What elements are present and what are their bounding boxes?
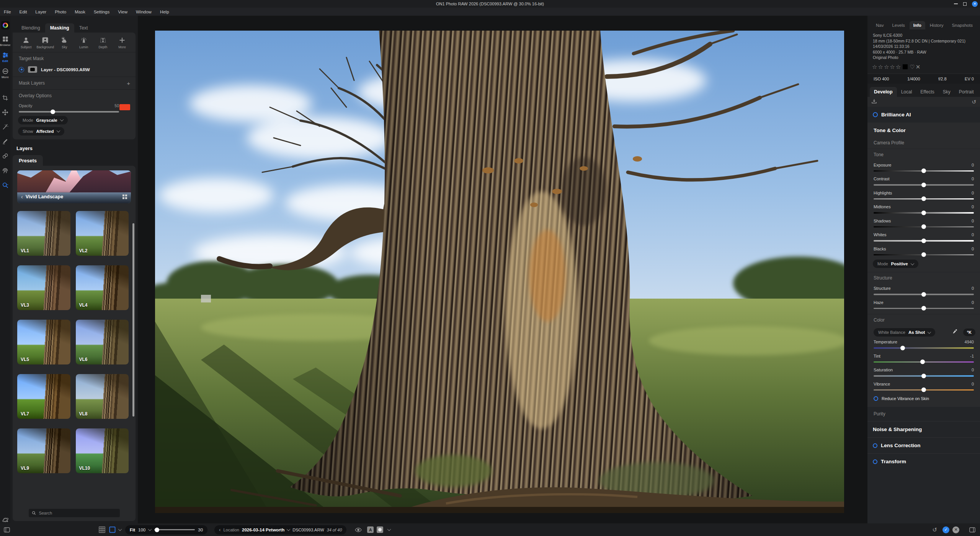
edit-tab[interactable]: Portrait [955,87,978,97]
camera-profile-row[interactable]: Camera Profile [867,137,980,149]
slider-handle[interactable] [921,224,926,229]
preset-group-banner[interactable]: ‹ Vivid Landscape [17,170,131,203]
preset-item[interactable]: VL6 [76,320,129,364]
sync-status-icon[interactable] [2,516,9,523]
compare-a-icon[interactable]: A [367,526,374,533]
back-chevron-icon[interactable]: ‹ [219,527,220,533]
single-view-button[interactable] [109,526,116,533]
search-input[interactable] [38,510,116,516]
healing-tool-button[interactable] [2,167,8,174]
info-panel-tab[interactable]: Info [910,21,925,29]
star-icon[interactable]: ☆ [896,64,901,70]
preset-item[interactable]: VL10 [76,428,129,473]
slider-handle[interactable] [920,360,925,364]
purity-section[interactable]: Purity [867,406,980,421]
minimize-button[interactable] [954,3,958,4]
ai-quick-mask-tool-button[interactable] [2,124,8,130]
slider-track[interactable] [874,294,974,295]
mask-tool-background[interactable]: Background [36,36,55,49]
star-icon[interactable]: ☆ [884,64,889,70]
fit-button[interactable]: Fit [130,528,135,532]
mask-panel-tab[interactable]: Text [74,23,93,33]
brilliance-ai-section[interactable]: Brilliance AI [867,107,980,123]
brilliance-toggle-icon[interactable] [873,112,878,117]
menu-item[interactable]: Layer [35,10,46,14]
star-icon[interactable]: ☆ [890,64,895,70]
preset-item[interactable]: VL5 [17,320,70,364]
star-icon[interactable]: ☆ [872,64,877,70]
done-button[interactable]: ✓ [942,526,949,533]
preview-eye-icon[interactable] [355,527,362,533]
lens-correction-section[interactable]: Lens Correction [867,437,980,453]
info-panel-tab[interactable]: Nav [872,21,887,29]
info-panel-tab[interactable]: Levels [888,21,908,29]
edit-mode-button[interactable]: Edit [2,52,9,63]
slider-track[interactable] [874,389,974,391]
slider-track[interactable] [874,184,974,186]
edit-tab[interactable]: Effects [916,87,938,97]
left-panel-toggle-icon[interactable] [4,527,10,533]
export-settings-icon[interactable] [871,98,877,105]
overlay-show-dropdown[interactable]: Show Affected [18,127,64,136]
presets-tab[interactable]: Presets [13,155,43,166]
toggle-circle-icon[interactable] [873,459,877,464]
zoom-tool-button[interactable] [2,182,9,189]
slider-handle[interactable] [921,211,926,215]
add-mask-layer-button[interactable]: + [127,80,130,87]
preset-item[interactable]: VL3 [17,265,70,310]
menu-item[interactable]: Window [136,10,152,14]
tone-color-title[interactable]: Tone & Color [867,123,980,137]
mask-tool-more[interactable]: More [113,36,132,49]
overlay-mode-dropdown[interactable]: Mode Grayscale [18,116,68,124]
slider-track[interactable] [874,375,974,377]
maximize-button[interactable] [963,2,967,6]
slider-handle[interactable] [921,252,926,257]
clone-tool-button[interactable] [2,153,8,159]
layers-section-title[interactable]: Layers [10,139,138,155]
preset-item[interactable]: VL2 [76,211,129,256]
menu-item[interactable]: Help [160,10,169,14]
slider-handle[interactable] [921,183,926,187]
mask-tool-lumin[interactable]: Lumin [74,36,93,49]
edit-tab[interactable]: Develop [870,87,897,97]
mask-tool-sky[interactable]: Sky [55,36,74,49]
mask-panel-tab[interactable]: Masking [45,23,74,33]
slider-track[interactable] [874,212,974,214]
slider-handle[interactable] [921,374,926,378]
reduce-vibrance-toggle[interactable]: Reduce Vibrance on Skin [867,393,980,405]
view-options-chevron-icon[interactable] [118,527,122,531]
opacity-slider-handle[interactable] [51,109,55,114]
presets-scrollbar[interactable] [132,223,134,417]
preset-item[interactable]: VL1 [17,211,70,256]
overlay-color-swatch[interactable] [119,104,130,110]
crop-tool-button[interactable] [2,95,8,101]
mask-tool-depth[interactable]: Depth [93,36,113,49]
preset-item[interactable]: VL7 [17,374,70,419]
slider-track[interactable] [874,170,974,172]
opacity-slider[interactable] [19,111,119,113]
target-mask-layer-row[interactable]: Layer - DSC00993.ARW [13,65,136,77]
menu-item[interactable]: Settings [94,10,110,14]
slider-track[interactable] [874,347,974,349]
preview-options-chevron-icon[interactable] [387,527,391,531]
noise-sharpening-section[interactable]: Noise & Sharpening [867,421,980,437]
slider-track[interactable] [874,308,974,309]
mask-view-icon[interactable] [377,526,383,533]
slider-handle[interactable] [921,168,926,173]
menu-item[interactable]: Edit [20,10,27,14]
info-panel-tab[interactable]: History [926,21,947,29]
layer-radio[interactable] [19,67,24,72]
menu-item[interactable]: File [4,10,11,14]
zoom-value[interactable]: 100 [138,528,145,532]
menu-item[interactable]: View [118,10,127,14]
toggle-circle-icon[interactable] [873,443,877,448]
move-tool-button[interactable] [2,109,8,116]
close-button[interactable]: ✕ [972,1,978,7]
zoom-slider-handle[interactable] [155,528,159,532]
cancel-button[interactable]: ✕ [952,526,959,533]
edit-tab[interactable]: Sky [939,87,955,97]
photo-canvas[interactable] [155,31,844,513]
zoom-slider[interactable] [154,529,195,530]
kelvin-button[interactable]: °K [963,328,975,336]
reject-icon[interactable]: ✕ [916,64,921,70]
